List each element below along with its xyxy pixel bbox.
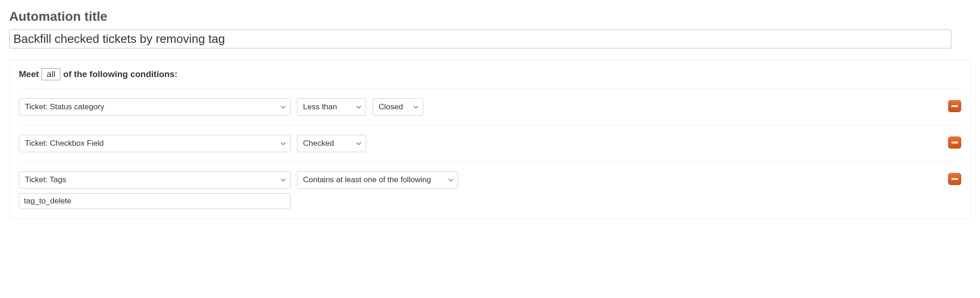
condition-value-text: Closed [379, 102, 403, 112]
chevron-down-icon [280, 104, 286, 110]
condition-row: Ticket: Tags Contains at least one of th… [19, 161, 961, 218]
condition-operator-select[interactable]: Less than [297, 98, 366, 116]
condition-tag-input[interactable] [19, 193, 291, 209]
remove-condition-button[interactable] [948, 137, 961, 149]
remove-condition-button[interactable] [948, 100, 961, 112]
condition-field-value: Ticket: Status category [25, 102, 104, 112]
automation-title-input[interactable] [9, 30, 951, 48]
condition-value-select[interactable]: Closed [373, 98, 423, 116]
minus-icon [951, 142, 958, 143]
chevron-down-icon [448, 177, 454, 183]
chevron-down-icon [413, 104, 419, 110]
chevron-down-icon [280, 140, 286, 147]
minus-icon [951, 178, 958, 180]
condition-operator-value: Checked [303, 139, 334, 148]
condition-operator-value: Contains at least one of the following [303, 175, 431, 185]
conditions-scope-select[interactable]: all [41, 68, 60, 80]
condition-field-select[interactable]: Ticket: Tags [19, 171, 291, 189]
chevron-down-icon [356, 104, 362, 110]
minus-icon [951, 105, 958, 107]
conditions-header: Meet all of the following conditions: [19, 68, 961, 80]
chevron-down-icon [356, 140, 362, 147]
conditions-scope-value: all [47, 69, 55, 79]
conditions-header-suffix: of the following conditions: [63, 69, 177, 79]
condition-operator-select[interactable]: Checked [297, 135, 366, 152]
condition-row: Ticket: Status category Less than Closed [19, 89, 961, 125]
condition-field-select[interactable]: Ticket: Status category [19, 98, 291, 116]
condition-operator-select[interactable]: Contains at least one of the following [297, 171, 458, 189]
conditions-panel: Meet all of the following conditions: Ti… [9, 60, 971, 219]
condition-field-select[interactable]: Ticket: Checkbox Field [19, 135, 291, 152]
chevron-down-icon [280, 177, 286, 183]
condition-operator-value: Less than [303, 102, 337, 112]
remove-condition-button[interactable] [948, 173, 961, 185]
condition-field-value: Ticket: Tags [25, 175, 66, 185]
condition-field-value: Ticket: Checkbox Field [25, 139, 104, 148]
conditions-header-prefix: Meet [19, 69, 39, 79]
automation-title-label: Automation title [9, 9, 971, 24]
condition-row: Ticket: Checkbox Field Checked [19, 125, 961, 161]
